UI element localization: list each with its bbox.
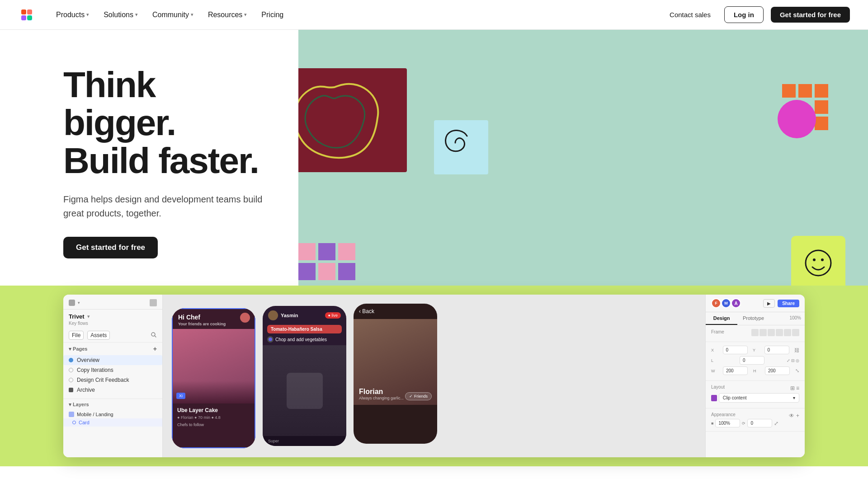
- nav-links: Products ▾ Solutions ▾ Community ▾ Resou…: [50, 7, 663, 23]
- profile-name-area: Florian Always changing garlic...: [359, 388, 404, 400]
- phone-frame-3: ‹ Back Florian Always changing garlic...…: [354, 304, 437, 444]
- component-icon: [72, 421, 76, 424]
- figma-canvas[interactable]: Hi Chef Your friends are cooking Xi: [163, 295, 705, 457]
- hero-cta-button[interactable]: Get started for free: [63, 237, 158, 258]
- login-button[interactable]: Log in: [724, 6, 764, 23]
- move-icon[interactable]: [69, 300, 75, 306]
- svg-rect-11: [298, 243, 316, 260]
- svg-rect-6: [782, 84, 796, 98]
- chevron-down-icon: ▾: [135, 12, 138, 18]
- align-left-icon[interactable]: [751, 329, 759, 336]
- align-icons: [751, 329, 799, 336]
- nav-solutions[interactable]: Solutions ▾: [97, 7, 144, 23]
- height-field[interactable]: 200: [765, 366, 790, 375]
- profile-image-area: Florian Always changing garlic... ✓ Frie…: [354, 319, 437, 405]
- sidebar-toolbar: ▾: [63, 295, 162, 310]
- wh2-row: W 200 H 200 ⤡: [711, 366, 799, 375]
- page-overview[interactable]: Overview: [63, 355, 162, 365]
- grid-icon[interactable]: [150, 299, 157, 306]
- svg-point-18: [813, 258, 816, 261]
- wh-row: L 0 ⤢ ⊟ ◎: [711, 356, 799, 365]
- layout-icons: ⊞ ≡: [790, 385, 799, 391]
- svg-point-19: [821, 258, 824, 261]
- username: Yasmin: [281, 313, 298, 318]
- chevron-down-icon: ▾: [191, 12, 193, 18]
- project-chevron[interactable]: ▾: [87, 314, 90, 319]
- tab-prototype[interactable]: Prototype: [737, 312, 769, 325]
- appearance-header-row: Appearance 👁 +: [711, 412, 799, 419]
- page-copy-iterations[interactable]: Copy Iterations: [63, 365, 162, 375]
- link-icon[interactable]: ⛓: [794, 347, 799, 353]
- contact-sales-button[interactable]: Contact sales: [663, 7, 717, 22]
- frame-icon: [69, 412, 74, 417]
- constrain-icon[interactable]: ⤢ ⊟ ◎: [787, 358, 799, 363]
- zoom-level: 100%: [769, 312, 805, 325]
- avatar-1: F: [711, 298, 721, 308]
- phone-1-content: Hi Chef Your friends are cooking Xi: [172, 308, 255, 448]
- panel-frame-section: Frame: [706, 325, 805, 342]
- align-right-icon[interactable]: [768, 329, 775, 336]
- prototype-play-button[interactable]: ▶: [763, 299, 775, 308]
- svg-point-17: [806, 250, 831, 276]
- align-center-icon[interactable]: [760, 329, 767, 336]
- align-bottom-icon[interactable]: [792, 329, 799, 336]
- visibility-icon[interactable]: 👁: [789, 413, 794, 419]
- nav-community[interactable]: Community ▾: [146, 7, 200, 23]
- archive-icon: [69, 388, 73, 392]
- frame-label: Frame: [711, 329, 724, 334]
- align-top-icon[interactable]: [776, 329, 783, 336]
- x-field[interactable]: 0: [723, 346, 748, 354]
- fill-count-field[interactable]: 0: [747, 419, 772, 427]
- file-tab[interactable]: File: [69, 331, 84, 340]
- figma-ui-window: ▾ Trivet ▾ Key flows File Assets: [63, 295, 805, 457]
- sidebar-tool-icons: ▾: [69, 300, 80, 306]
- w-label: L: [711, 358, 717, 363]
- width-field[interactable]: 200: [723, 366, 748, 375]
- clip-content-button[interactable]: Clip content ▾: [719, 393, 799, 403]
- tab-design[interactable]: Design: [706, 312, 737, 325]
- svg-rect-15: [318, 263, 335, 280]
- chefs-label: Chefs to follow: [177, 422, 250, 427]
- nav-resources[interactable]: Resources ▾: [202, 7, 253, 23]
- add-page-button[interactable]: +: [153, 345, 157, 352]
- ui-demo-area: ▾ Trivet ▾ Key flows File Assets: [0, 286, 868, 466]
- layer-card[interactable]: Card: [63, 418, 162, 427]
- page-dot-icon: [69, 368, 73, 372]
- plus-icon[interactable]: +: [796, 413, 799, 419]
- avatar-invite[interactable]: A: [731, 298, 741, 308]
- layer-mobile-landing[interactable]: Mobile / Landing: [63, 410, 162, 418]
- assets-tab[interactable]: Assets: [87, 331, 110, 340]
- frame-header-row: Frame: [711, 329, 799, 336]
- pink-circle-decoration: [778, 100, 816, 138]
- resize-icon[interactable]: ⤡: [795, 368, 799, 374]
- svg-rect-12: [318, 243, 335, 260]
- chevron-down-icon: ▾: [86, 12, 89, 18]
- nav-products[interactable]: Products ▾: [50, 7, 95, 23]
- search-icon[interactable]: [151, 332, 157, 339]
- phone-1-footer: Ube Layer Cake ● Florian ● 70 min ● 4.8 …: [172, 404, 255, 431]
- w-field[interactable]: 0: [740, 356, 764, 365]
- hero-decorative-area: [298, 30, 868, 286]
- checkered-decoration: [298, 243, 357, 286]
- svg-rect-2: [27, 9, 32, 14]
- share-button[interactable]: Share: [778, 300, 799, 307]
- page-design-crit[interactable]: Design Crit Feedback: [63, 375, 162, 385]
- panel-top-bar: F M A ▶ Share: [706, 295, 805, 312]
- live-badge: ● live: [325, 312, 341, 319]
- nav-pricing[interactable]: Pricing: [255, 7, 290, 23]
- grid-layout-icon[interactable]: ⊞: [790, 385, 795, 391]
- hero-title: Think bigger. Build faster.: [63, 66, 271, 180]
- list-layout-icon[interactable]: ≡: [796, 385, 799, 391]
- get-started-button[interactable]: Get started for free: [771, 7, 850, 23]
- page-archive[interactable]: Archive: [63, 385, 162, 395]
- svg-rect-0: [18, 6, 35, 23]
- video-placeholder: [263, 345, 346, 436]
- svg-rect-14: [298, 263, 316, 280]
- expand-icon[interactable]: ⤢: [774, 420, 778, 427]
- align-middle-icon[interactable]: [784, 329, 791, 336]
- y-field[interactable]: 0: [764, 346, 789, 354]
- panel-layout-section: Layout ⊞ ≡ Clip content ▾: [706, 381, 805, 408]
- opacity-field[interactable]: 100%: [715, 419, 740, 427]
- opacity-row: ■ 100% ⟳ 0 ⤢: [711, 419, 799, 427]
- logo[interactable]: [18, 6, 35, 23]
